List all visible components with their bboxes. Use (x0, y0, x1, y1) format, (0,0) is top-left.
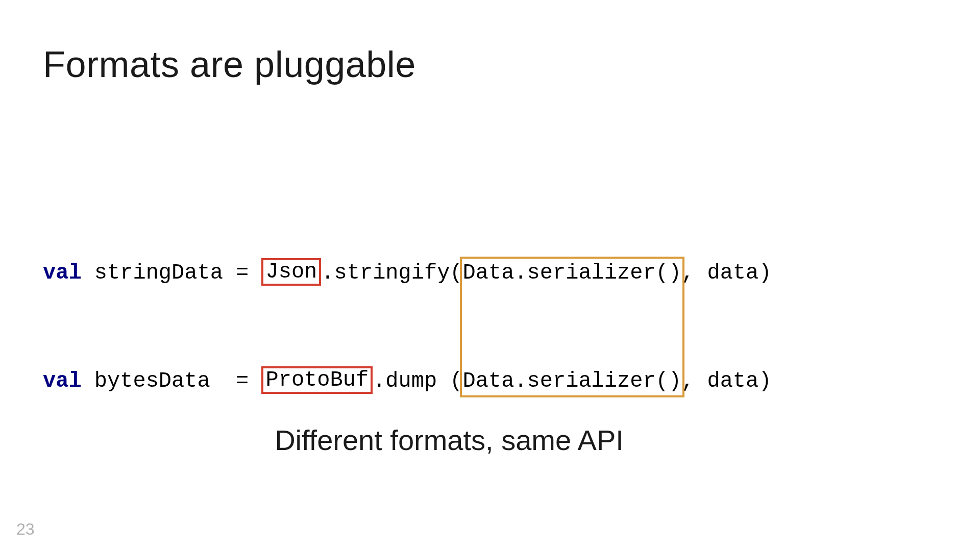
code-tail-1: , data) (681, 261, 771, 285)
code-tail-2: , data) (681, 369, 771, 393)
serializer-call-2: Data.serializer() (463, 369, 681, 393)
format-json-box: Json (261, 258, 321, 286)
code-var-1: stringData = (82, 261, 262, 285)
serializer-call-1: Data.serializer() (463, 261, 681, 285)
keyword-val-1: val (43, 261, 82, 285)
code-var-2: bytesData = (82, 369, 262, 393)
code-block: val stringData = Json.stringify(Data.ser… (43, 209, 771, 523)
slide-title: Formats are pluggable (43, 41, 416, 89)
code-line-1: val stringData = Json.stringify(Data.ser… (43, 258, 771, 288)
code-mid-1: .stringify( (321, 261, 462, 285)
code-line-2: val bytesData = ProtoBuf.dump (Data.seri… (43, 366, 771, 396)
code-mid-2: .dump ( (373, 369, 462, 393)
format-protobuf-box: ProtoBuf (261, 366, 373, 394)
slide-subtitle: Different formats, same API (0, 423, 939, 457)
page-number: 23 (16, 520, 35, 539)
slide: Formats are pluggable val stringData = J… (0, 0, 980, 551)
keyword-val-2: val (43, 369, 82, 393)
